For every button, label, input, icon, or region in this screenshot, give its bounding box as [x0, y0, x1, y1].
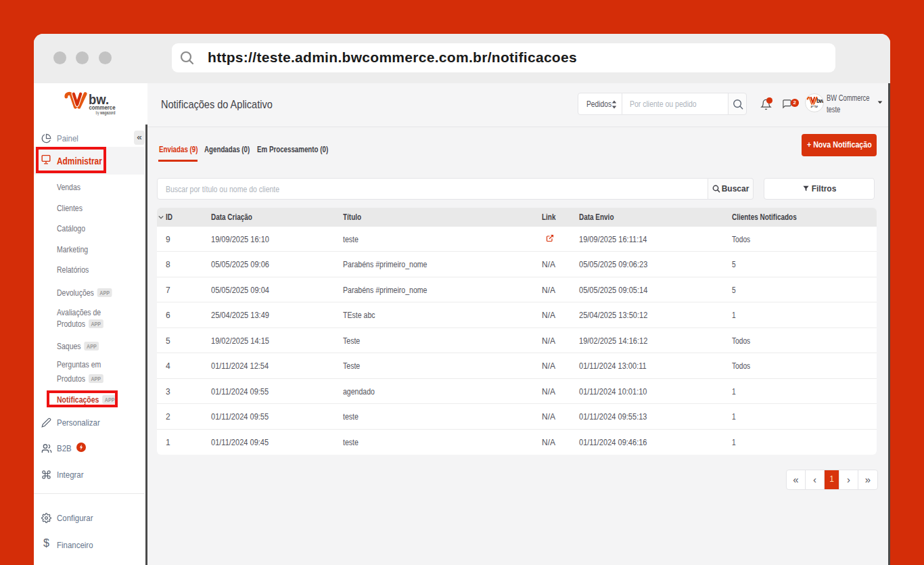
- svg-text:עדיע: עדיע: [811, 104, 818, 108]
- svg-text:bw.: bw.: [816, 97, 823, 104]
- svg-text:by wagazord: by wagazord: [96, 110, 116, 116]
